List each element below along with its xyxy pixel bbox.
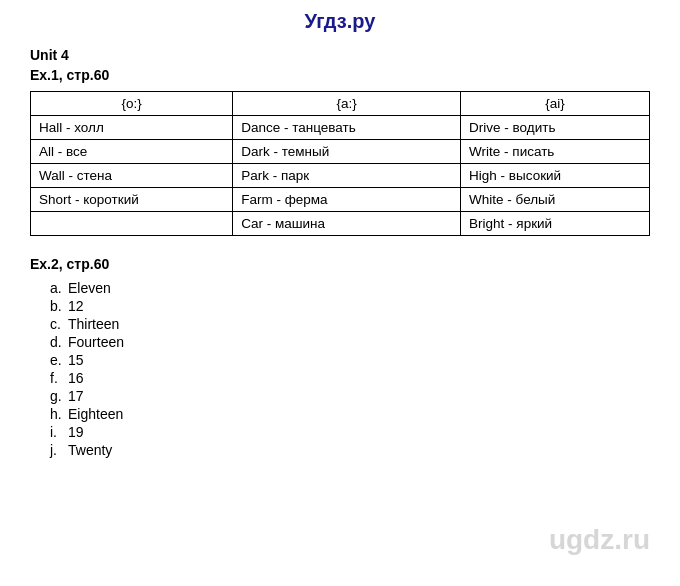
phonics-cell: Dark - темный	[233, 140, 461, 164]
list-value: 16	[68, 370, 84, 386]
list-letter: e.	[50, 352, 68, 368]
list-item: b.12	[50, 298, 650, 314]
list-item: f.16	[50, 370, 650, 386]
list-value: 15	[68, 352, 84, 368]
phonics-cell: Write - писать	[461, 140, 650, 164]
phonics-cell: Drive - водить	[461, 116, 650, 140]
list-item: g.17	[50, 388, 650, 404]
phonics-cell	[31, 212, 233, 236]
list-letter: h.	[50, 406, 68, 422]
list-item: h.Eighteen	[50, 406, 650, 422]
site-title: Угдз.ру	[30, 10, 650, 33]
list-letter: b.	[50, 298, 68, 314]
list-value: Thirteen	[68, 316, 119, 332]
phonics-cell: Farm - ферма	[233, 188, 461, 212]
watermark: ugdz.ru	[549, 524, 650, 556]
phonics-cell: Short - короткий	[31, 188, 233, 212]
list-item: c.Thirteen	[50, 316, 650, 332]
col-header-3: {ai}	[461, 92, 650, 116]
list-letter: g.	[50, 388, 68, 404]
list-item: d.Fourteen	[50, 334, 650, 350]
phonics-cell: All - все	[31, 140, 233, 164]
phonics-cell: Bright - яркий	[461, 212, 650, 236]
list-value: Twenty	[68, 442, 112, 458]
unit-label: Unit 4	[30, 47, 650, 63]
list-value: Eleven	[68, 280, 111, 296]
phonics-cell: Dance - танцевать	[233, 116, 461, 140]
list-item: e.15	[50, 352, 650, 368]
phonics-cell: White - белый	[461, 188, 650, 212]
ex2-label: Ex.2, стр.60	[30, 256, 650, 272]
phonics-cell: High - высокий	[461, 164, 650, 188]
phonics-cell: Park - парк	[233, 164, 461, 188]
col-header-1: {o:}	[31, 92, 233, 116]
list-value: Eighteen	[68, 406, 123, 422]
list-value: 12	[68, 298, 84, 314]
col-header-2: {a:}	[233, 92, 461, 116]
phonics-cell: Hall - холл	[31, 116, 233, 140]
list-item: a.Eleven	[50, 280, 650, 296]
ex1-label: Ex.1, стр.60	[30, 67, 650, 83]
ex2-list: a.Elevenb.12c.Thirteend.Fourteene.15f.16…	[30, 280, 650, 458]
list-letter: d.	[50, 334, 68, 350]
list-item: j.Twenty	[50, 442, 650, 458]
list-value: 17	[68, 388, 84, 404]
list-letter: a.	[50, 280, 68, 296]
phonics-table: {o:} {a:} {ai} Hall - холлDance - танцев…	[30, 91, 650, 236]
list-item: i.19	[50, 424, 650, 440]
list-value: Fourteen	[68, 334, 124, 350]
list-letter: c.	[50, 316, 68, 332]
ex2-section: Ex.2, стр.60 a.Elevenb.12c.Thirteend.Fou…	[30, 256, 650, 458]
list-value: 19	[68, 424, 84, 440]
phonics-cell: Wall - стена	[31, 164, 233, 188]
phonics-cell: Car - машина	[233, 212, 461, 236]
list-letter: i.	[50, 424, 68, 440]
list-letter: f.	[50, 370, 68, 386]
list-letter: j.	[50, 442, 68, 458]
